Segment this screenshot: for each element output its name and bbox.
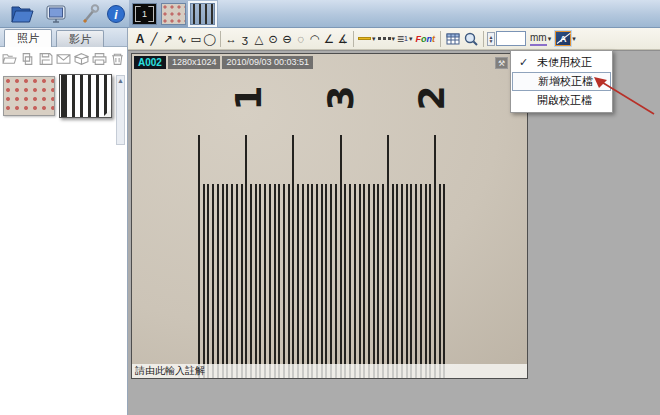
ruler-minor-tick — [274, 184, 276, 379]
ruler-minor-tick — [443, 184, 445, 379]
application-window: i 1 照片 影片 ▲ A — [0, 0, 660, 415]
chevron-down-icon: ▾ — [392, 35, 396, 43]
ruler-minor-tick — [241, 184, 243, 379]
scale-input[interactable] — [496, 31, 526, 46]
arrow-tool-icon[interactable]: ↗ — [161, 30, 175, 48]
text-tool-icon[interactable]: A — [133, 30, 147, 48]
ruler-minor-tick — [396, 184, 398, 379]
ruler-minor-tick — [316, 184, 318, 379]
menu-item-label: 未使用校正 — [537, 56, 592, 68]
grid-button[interactable] — [445, 31, 461, 47]
image-info-badges: A002 1280x1024 2010/09/03 00:03:51 — [134, 56, 313, 69]
line-tool-icon[interactable]: ╱ — [147, 30, 161, 48]
info-icon[interactable]: i — [104, 3, 128, 25]
ruler-minor-tick — [321, 184, 323, 379]
capture-thumbnail-ruler-selected[interactable] — [190, 3, 215, 25]
ruler-minor-tick — [231, 184, 233, 379]
circle-diameter-tool-icon[interactable]: ⊖ — [280, 30, 294, 48]
sidebar-tabbar: 照片 影片 — [0, 28, 127, 47]
ruler-major-tick — [292, 135, 294, 379]
ruler-minor-tick — [297, 184, 299, 379]
copy-icon[interactable] — [20, 52, 35, 66]
top-toolbar: i 1 — [0, 0, 660, 28]
line-color-button[interactable]: ▾ — [357, 35, 377, 43]
folder-icon[interactable] — [10, 3, 34, 25]
ruler-minor-tick — [363, 184, 365, 379]
ruler-minor-tick — [222, 184, 224, 379]
ruler-minor-tick — [226, 184, 228, 379]
angle-measure-tool-icon[interactable]: ∡ — [336, 30, 350, 48]
ruler-minor-tick — [212, 184, 214, 379]
ruler-digit: 3 — [320, 85, 361, 110]
open-folder-icon[interactable] — [2, 52, 17, 66]
ellipse-tool-icon[interactable]: ◯ — [203, 30, 217, 48]
font-button[interactable]: Font — [415, 34, 435, 44]
capture-thumbnail-dots[interactable] — [161, 3, 186, 25]
resolution-badge: 1280x1024 — [168, 56, 221, 69]
export-icon[interactable] — [74, 52, 89, 66]
ruler-minor-tick — [278, 184, 280, 379]
scroll-up-icon[interactable]: ▲ — [117, 77, 124, 84]
circle-3point-tool-icon[interactable]: ◌ — [294, 30, 308, 48]
page-curl-icon — [103, 109, 111, 117]
menu-item-label: 新增校正檔 — [538, 75, 593, 87]
image-viewer-icon[interactable] — [44, 3, 68, 25]
ruler-minor-tick — [311, 184, 313, 379]
magnifier-button[interactable] — [463, 31, 479, 47]
photo-canvas[interactable]: 132 A002 1280x1024 2010/09/03 00:03:51 ⚒… — [131, 53, 528, 379]
toolbar-separator — [220, 31, 221, 47]
ruler-minor-tick — [250, 184, 252, 379]
ruler-minor-tick — [349, 184, 351, 379]
tab-photos[interactable]: 照片 — [4, 29, 52, 47]
menu-item-2[interactable]: 開啟校正檔 — [512, 91, 611, 110]
timestamp-badge: 2010/09/03 00:03:51 — [222, 56, 313, 69]
thumbnail-scrollbar[interactable]: ▲ — [116, 75, 125, 145]
ruler-minor-tick — [236, 184, 238, 379]
unit-selector[interactable]: mm ▾ — [529, 32, 552, 46]
curve-tool-icon[interactable]: ∿ — [175, 30, 189, 48]
annotation-input[interactable]: 請由此輸入註解 — [132, 364, 527, 378]
ruler-major-tick — [340, 135, 342, 379]
tab-videos[interactable]: 影片 — [56, 30, 104, 47]
ruler-major-tick — [245, 135, 247, 379]
print-icon[interactable] — [92, 52, 107, 66]
ruler-minor-tick — [217, 184, 219, 379]
live-preview-thumbnail[interactable]: 1 — [132, 3, 157, 25]
check-icon: ✓ — [519, 53, 528, 72]
save-icon[interactable] — [38, 52, 53, 66]
ruler-minor-tick — [373, 184, 375, 379]
line-width-value: 1 — [404, 35, 408, 42]
ruler-minor-tick — [307, 184, 309, 379]
scale-stepper[interactable]: ▲▼ — [487, 32, 495, 46]
ruler-minor-tick — [283, 184, 285, 379]
ruler-minor-tick — [344, 184, 346, 379]
angle-tool-icon[interactable]: ∠ — [322, 30, 336, 48]
arc-tool-icon[interactable]: ◠ — [308, 30, 322, 48]
email-icon[interactable] — [56, 52, 71, 66]
distance-tool-icon[interactable]: ↔ — [224, 30, 238, 48]
chevron-down-icon: ▾ — [372, 35, 376, 43]
polygon-tool-icon[interactable]: △ — [252, 30, 266, 48]
image-tools-button[interactable]: ⚒ — [495, 57, 508, 69]
line-width-button[interactable]: ≡ 1 ▾ — [396, 34, 413, 44]
ruler-minor-tick — [401, 184, 403, 379]
ruler-minor-tick — [259, 184, 261, 379]
trash-icon[interactable] — [110, 52, 125, 66]
photo-thumbnail-dots[interactable] — [3, 76, 55, 116]
ruler-minor-tick — [207, 184, 209, 379]
line-width-icon: ≡ — [397, 34, 404, 44]
menu-item-0[interactable]: ✓未使用校正 — [512, 53, 611, 72]
line-style-button[interactable]: ▾ — [377, 35, 397, 43]
circle-center-tool-icon[interactable]: ⊙ — [266, 30, 280, 48]
menu-item-1[interactable]: 新增校正檔 — [512, 72, 611, 91]
wrench-icon[interactable] — [78, 3, 102, 25]
calibration-button[interactable]: A — [555, 31, 571, 46]
line-color-swatch — [358, 37, 371, 40]
rectangle-tool-icon[interactable]: ▭ — [189, 30, 203, 48]
polyline-tool-icon[interactable]: ʒ — [238, 30, 252, 48]
ruler-minor-tick — [255, 184, 257, 379]
photo-thumbnail-ruler-selected[interactable] — [59, 74, 112, 118]
chevron-down-icon[interactable]: ▾ — [572, 35, 576, 43]
ruler-minor-tick — [410, 184, 412, 379]
ruler-minor-tick — [439, 184, 441, 379]
